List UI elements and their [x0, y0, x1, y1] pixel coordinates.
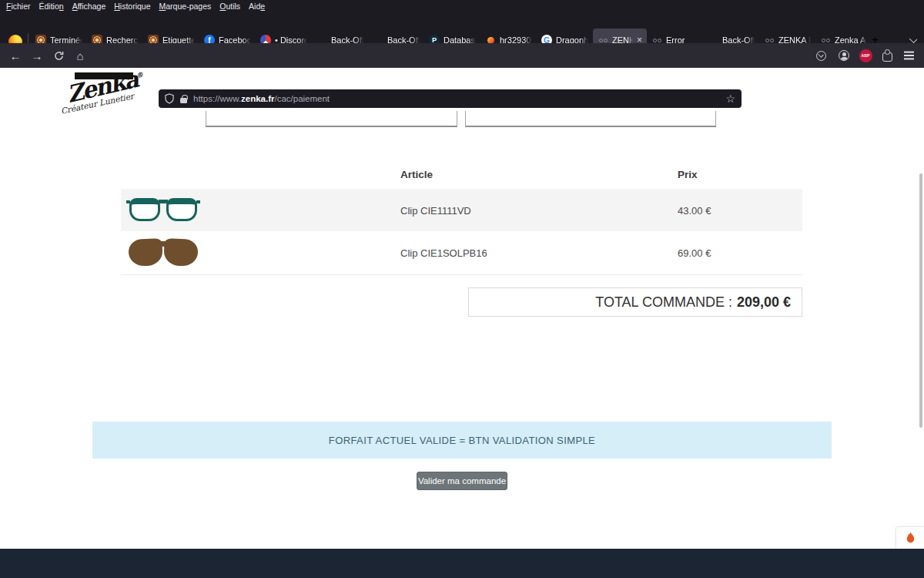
column-header-prix: Prix — [678, 169, 698, 180]
reload-icon[interactable] — [48, 43, 69, 68]
url-bar[interactable]: https://www.zenka.fr/cac/paiement ☆ — [159, 89, 742, 108]
menu-hamburger-icon[interactable] — [898, 43, 919, 68]
browser-toolbar: ← → ⌂ https://www.zenka.fr/cac/paiement … — [0, 43, 924, 68]
grand-total-row: TOTAL COMMANDE : 209,00 € — [469, 288, 802, 316]
address-box-right — [465, 111, 716, 127]
scrollbar-thumb[interactable] — [919, 173, 922, 428]
zenka-logo[interactable]: Zenka® Créateur Lunetier — [60, 68, 160, 116]
address-box-left — [206, 111, 457, 127]
shield-icon[interactable] — [165, 93, 174, 104]
list-all-tabs-chevron-icon[interactable] — [909, 35, 917, 43]
browser-menubar: FichierÉditionAffichageHistoriqueMarque-… — [0, 0, 924, 12]
extensions-puzzle-icon[interactable] — [876, 43, 898, 68]
flame-icon — [905, 531, 916, 546]
grand-total-label: TOTAL COMMANDE : — [595, 294, 732, 311]
forward-icon[interactable]: → — [26, 43, 48, 68]
pocket-icon[interactable] — [810, 43, 832, 68]
lock-icon[interactable] — [180, 98, 187, 103]
cart-row: Clip CIE1SOLPB16 69.00 € — [121, 231, 802, 275]
article-price: 43.00 € — [678, 204, 711, 216]
browser-tab-bar: TerminéeRecherchEtiquettefFacebook• Disc… — [0, 12, 924, 43]
back-icon[interactable]: ← — [5, 43, 26, 68]
menu-fichier[interactable]: Fichier — [6, 2, 31, 11]
article-name: Clip CIE1111VD — [400, 204, 471, 216]
validate-order-button[interactable]: Valider ma commande — [417, 472, 507, 490]
menu-outils[interactable]: Outils — [219, 2, 240, 11]
article-name: Clip CIE1SOLPB16 — [400, 247, 487, 259]
menubar-items: FichierÉditionAffichageHistoriqueMarque-… — [6, 2, 265, 11]
menu-affichage[interactable]: Affichage — [72, 2, 106, 11]
url-text[interactable]: https://www.zenka.fr/cac/paiement — [193, 94, 719, 103]
menu-historique[interactable]: Historique — [114, 2, 150, 11]
adblock-abp-icon[interactable]: ABP — [855, 43, 876, 68]
grand-total-value: 209,00 € — [737, 294, 791, 311]
order-totals: TOTAL COMMANDE : 209,00 € — [468, 287, 802, 317]
article-price: 69.00 € — [678, 247, 711, 259]
windows-taskbar: 1 23°C Ensoleillé 18:21 30/05 — [0, 549, 924, 578]
column-header-article: Article — [400, 169, 433, 180]
status-banner: FORFAIT ACTUEL VALIDE = BTN VALIDATION S… — [92, 422, 832, 459]
menu-edition[interactable]: Édition — [39, 2, 64, 11]
bookmark-star-icon[interactable]: ☆ — [725, 92, 735, 105]
brown-sun-clip-image — [129, 239, 198, 267]
menu-marque-pages[interactable]: Marque-pages — [159, 2, 212, 11]
screen: FichierÉditionAffichageHistoriqueMarque-… — [0, 0, 924, 578]
flame-overlay-widget[interactable] — [896, 527, 924, 549]
home-icon[interactable]: ⌂ — [69, 43, 91, 68]
cart-row: Clip CIE1111VD 43.00 € — [121, 189, 802, 231]
account-icon[interactable] — [833, 43, 855, 68]
menu-aide[interactable]: Aide — [249, 2, 265, 11]
teal-clip-glasses-image — [129, 197, 198, 223]
